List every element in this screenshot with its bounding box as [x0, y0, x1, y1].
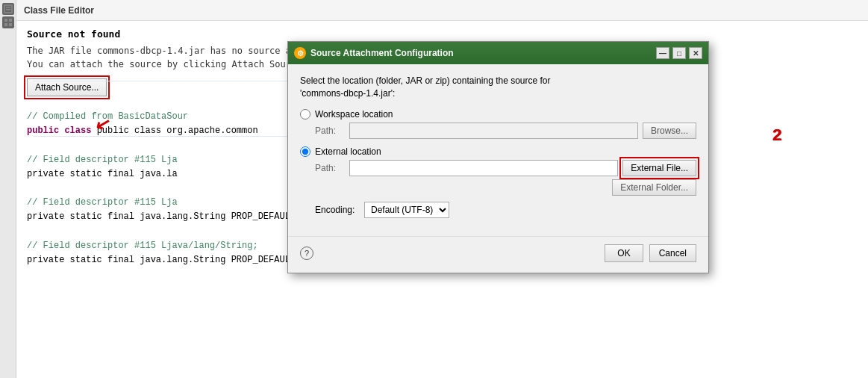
source-attachment-dialog: ⚙ Source Attachment Configuration — □ ✕ …	[287, 41, 709, 273]
dialog-footer: ? OK Cancel	[288, 236, 708, 273]
external-radio-row: External location	[300, 146, 696, 157]
encoding-label: Encoding:	[315, 205, 360, 215]
dialog-description: Select the location (folder, JAR or zip)…	[300, 75, 696, 100]
workspace-path-input[interactable]	[349, 123, 638, 139]
dialog-body: Select the location (folder, JAR or zip)…	[288, 64, 708, 229]
external-radio-label: External location	[315, 146, 381, 157]
external-folder-button[interactable]: External Folder...	[612, 179, 696, 196]
encoding-row: Encoding: Default (UTF-8) UTF-8 ISO-8859…	[300, 202, 696, 218]
dialog-minimize-button[interactable]: —	[656, 47, 669, 59]
external-radio[interactable]	[300, 146, 310, 157]
dialog-desc-line2: 'commons-dbcp-1.4.jar':	[300, 88, 395, 99]
workspace-path-row: Path: Browse...	[300, 123, 696, 139]
workspace-radio-row: Workspace location	[300, 109, 696, 120]
dialog-titlebar: ⚙ Source Attachment Configuration — □ ✕	[288, 42, 708, 64]
external-folder-row: External Folder...	[300, 179, 696, 196]
external-path-row: Path: External File...	[300, 160, 696, 176]
encoding-select[interactable]: Default (UTF-8) UTF-8 ISO-8859-1 US-ASCI…	[364, 202, 449, 218]
help-icon[interactable]: ?	[300, 247, 313, 260]
dialog-buttons: OK Cancel	[605, 244, 696, 262]
modal-overlay: ⚙ Source Attachment Configuration — □ ✕ …	[0, 0, 868, 378]
workspace-radio[interactable]	[300, 109, 310, 120]
ok-button[interactable]: OK	[605, 244, 643, 262]
external-path-input[interactable]	[349, 160, 618, 176]
dialog-titlebar-buttons: — □ ✕	[656, 47, 702, 59]
workspace-radio-label: Workspace location	[315, 109, 393, 120]
workspace-path-label: Path:	[315, 126, 345, 136]
dialog-desc-line1: Select the location (folder, JAR or zip)…	[300, 75, 551, 86]
dialog-close-button[interactable]: ✕	[689, 47, 702, 59]
dialog-settings-icon: ⚙	[294, 47, 306, 59]
cancel-button[interactable]: Cancel	[649, 244, 696, 262]
external-location-section: External location Path: External File...…	[300, 146, 696, 218]
external-file-button[interactable]: External File...	[622, 160, 696, 176]
ide-background: Class File Editor Source not found The J…	[0, 0, 868, 378]
dialog-title: Source Attachment Configuration	[310, 48, 656, 58]
dialog-maximize-button[interactable]: □	[672, 47, 686, 59]
external-path-label: Path:	[315, 163, 345, 173]
workspace-browse-button[interactable]: Browse...	[643, 123, 696, 139]
